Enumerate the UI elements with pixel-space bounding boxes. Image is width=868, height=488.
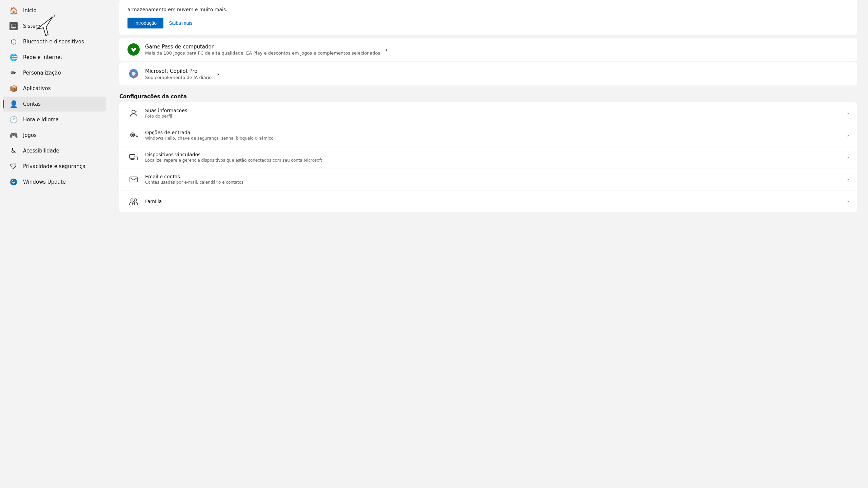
settings-title-dispositivos-vinculados: Dispositivos vinculados bbox=[145, 152, 322, 157]
sidebar-item-label: Personalização bbox=[23, 70, 61, 76]
svg-point-6 bbox=[132, 110, 135, 114]
promo-desc-copilot: Seu complemento de IA diário bbox=[145, 75, 212, 80]
inicio-icon: 🏠 bbox=[9, 6, 18, 15]
chevron-right-icon: › bbox=[217, 71, 219, 77]
settings-item-email-contas[interactable]: Email e contas Contas usadas por e-mail,… bbox=[119, 168, 857, 190]
sistema-icon bbox=[9, 22, 18, 30]
sidebar-item-label: Windows Update bbox=[23, 179, 66, 185]
sidebar-item-label: Hora e idioma bbox=[23, 117, 59, 123]
sidebar-item-jogos[interactable]: 🎮Jogos bbox=[3, 128, 106, 143]
chevron-right-icon: › bbox=[386, 46, 388, 53]
settings-item-dispositivos-vinculados[interactable]: Dispositivos vinculados Localize, repare… bbox=[119, 146, 857, 168]
settings-title-familia: Família bbox=[145, 199, 162, 204]
settings-title-email-contas: Email e contas bbox=[145, 174, 243, 179]
sidebar-item-contas[interactable]: 👤Contas bbox=[3, 97, 106, 111]
settings-title-suas-informacoes: Suas informações bbox=[145, 108, 187, 113]
person-info-icon bbox=[127, 107, 140, 119]
learn-more-button[interactable]: Saiba mais bbox=[169, 20, 192, 26]
sidebar-item-label: Sistema bbox=[23, 23, 43, 29]
svg-point-19 bbox=[131, 199, 133, 201]
promo-text-game-pass: Game Pass de computador Mais de 100 jogo… bbox=[145, 44, 380, 56]
svg-point-13 bbox=[132, 134, 134, 136]
promo-title-game-pass: Game Pass de computador bbox=[145, 44, 380, 50]
family-icon bbox=[127, 195, 140, 207]
sidebar-item-label: Rede e Internet bbox=[23, 54, 62, 60]
promo-text-copilot: Microsoft Copilot Pro Seu complemento de… bbox=[145, 68, 212, 80]
privacidade-icon: 🛡 bbox=[9, 162, 18, 170]
sidebar-item-aplicativos[interactable]: 📦Aplicativos bbox=[3, 81, 106, 96]
settings-text-suas-informacoes: Suas informações Foto do perfil bbox=[145, 108, 187, 119]
sidebar-item-label: Acessibilidade bbox=[23, 148, 59, 154]
key-icon bbox=[127, 129, 140, 141]
promo-cards-container: Game Pass de computador Mais de 100 jogo… bbox=[119, 38, 857, 85]
sidebar-item-label: Aplicativos bbox=[23, 85, 51, 92]
acessibilidade-icon: ♿ bbox=[9, 147, 18, 155]
hora-icon: 🕐 bbox=[9, 116, 18, 124]
settings-text-familia: Família bbox=[145, 199, 162, 204]
chevron-right-icon: › bbox=[847, 155, 849, 160]
chevron-right-icon: › bbox=[847, 133, 849, 138]
bluetooth-icon: ⬡ bbox=[9, 38, 18, 46]
settings-item-familia[interactable]: Família › bbox=[119, 190, 857, 212]
personalizacao-icon: ✏️ bbox=[9, 69, 18, 77]
copilot-icon bbox=[127, 68, 140, 80]
svg-point-20 bbox=[134, 199, 137, 201]
chevron-right-icon: › bbox=[847, 177, 849, 182]
settings-desc-opcoes-entrada: Windows Hello, chave de segurança, senha… bbox=[145, 136, 274, 141]
sidebar-item-label: Início bbox=[23, 7, 37, 14]
sidebar-item-inicio[interactable]: 🏠Início bbox=[3, 3, 106, 18]
email-icon bbox=[127, 173, 140, 185]
svg-point-4 bbox=[14, 180, 16, 182]
sidebar-item-label: Jogos bbox=[23, 132, 37, 138]
sidebar-item-rede[interactable]: 🌐Rede e Internet bbox=[3, 50, 106, 65]
settings-item-suas-informacoes[interactable]: Suas informações Foto do perfil › bbox=[119, 102, 857, 124]
main-content: armazenamento em nuvem e muito mais. Int… bbox=[108, 0, 868, 488]
settings-text-dispositivos-vinculados: Dispositivos vinculados Localize, repare… bbox=[145, 152, 322, 163]
sidebar-item-label: Privacidade e segurança bbox=[23, 163, 85, 169]
sidebar-item-sistema[interactable]: Sistema bbox=[3, 19, 106, 34]
promo-card-copilot[interactable]: Microsoft Copilot Pro Seu complemento de… bbox=[119, 62, 857, 85]
sidebar-item-hora[interactable]: 🕐Hora e idioma bbox=[3, 112, 106, 127]
intro-text: armazenamento em nuvem e muito mais. bbox=[127, 7, 849, 12]
chevron-right-icon: › bbox=[847, 199, 849, 204]
promo-desc-game-pass: Mais de 100 jogos para PC de alta qualid… bbox=[145, 50, 380, 56]
contas-icon: 👤 bbox=[9, 100, 18, 108]
sidebar-item-label: Bluetooth e dispositivos bbox=[23, 39, 84, 45]
sidebar-item-label: Contas bbox=[23, 101, 41, 107]
section-heading: Configurações da conta bbox=[119, 87, 857, 102]
intro-button[interactable]: Introdução bbox=[127, 18, 163, 28]
settings-group: Suas informações Foto do perfil › Opções… bbox=[119, 102, 857, 212]
sidebar-item-acessibilidade[interactable]: ♿Acessibilidade bbox=[3, 143, 106, 158]
jogos-icon: 🎮 bbox=[9, 131, 18, 139]
sidebar-item-bluetooth[interactable]: ⬡Bluetooth e dispositivos bbox=[3, 34, 106, 49]
settings-text-email-contas: Email e contas Contas usadas por e-mail,… bbox=[145, 174, 243, 185]
intro-section: armazenamento em nuvem e muito mais. Int… bbox=[119, 0, 857, 35]
devices-icon bbox=[127, 151, 140, 163]
settings-desc-suas-informacoes: Foto do perfil bbox=[145, 114, 187, 119]
settings-title-opcoes-entrada: Opções de entrada bbox=[145, 130, 274, 135]
settings-desc-dispositivos-vinculados: Localize, repare e gerencie dispositivos… bbox=[145, 158, 322, 163]
svg-rect-0 bbox=[11, 24, 16, 27]
xbox-icon bbox=[127, 43, 140, 56]
sidebar-item-personalizacao[interactable]: ✏️Personalização bbox=[3, 65, 106, 80]
settings-desc-email-contas: Contas usadas por e-mail, calendário e c… bbox=[145, 180, 243, 185]
settings-text-opcoes-entrada: Opções de entrada Windows Hello, chave d… bbox=[145, 130, 274, 141]
promo-title-copilot: Microsoft Copilot Pro bbox=[145, 68, 212, 74]
chevron-right-icon: › bbox=[847, 110, 849, 116]
windows-update-icon bbox=[9, 178, 18, 186]
sidebar: 🏠Início Sistema⬡Bluetooth e dispositivos… bbox=[0, 0, 108, 488]
sidebar-item-privacidade[interactable]: 🛡Privacidade e segurança bbox=[3, 159, 106, 174]
sidebar-item-windows-update[interactable]: Windows Update bbox=[3, 175, 106, 189]
svg-rect-18 bbox=[130, 177, 137, 182]
aplicativos-icon: 📦 bbox=[9, 84, 18, 93]
rede-icon: 🌐 bbox=[9, 53, 18, 61]
settings-item-opcoes-entrada[interactable]: Opções de entrada Windows Hello, chave d… bbox=[119, 124, 857, 146]
promo-card-game-pass[interactable]: Game Pass de computador Mais de 100 jogo… bbox=[119, 38, 857, 61]
